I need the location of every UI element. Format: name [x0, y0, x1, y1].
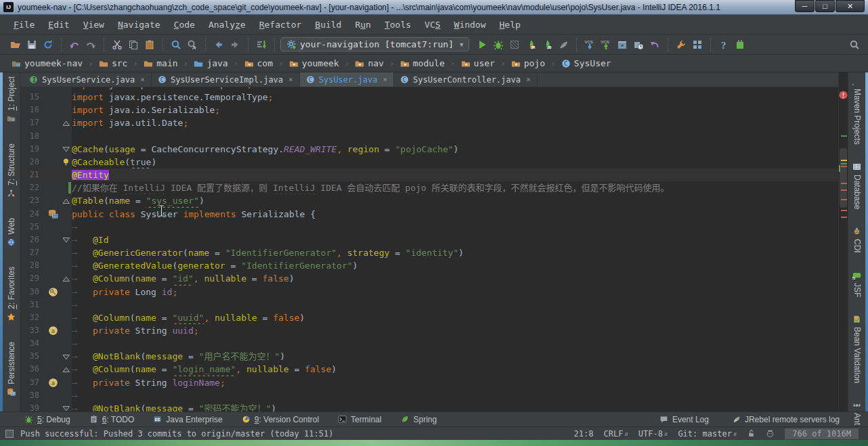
toolwindow-button-ant[interactable]: Ant [852, 401, 862, 425]
tab-sysuser-java[interactable]: CSysUser.java× [300, 72, 394, 87]
save-all-button[interactable] [24, 38, 40, 51]
back-button[interactable] [211, 38, 227, 51]
tab-sysuserservice-java[interactable]: ISysUserService.java× [23, 72, 152, 87]
breadcrumb-com[interactable]: com [241, 58, 276, 68]
menu-analyze[interactable]: Analyze [202, 18, 253, 32]
toolwindow-toggle-icon[interactable] [5, 430, 14, 438]
toolwindow-button-bean-validation[interactable]: Bean Validation [852, 315, 862, 383]
toolwindow-button-maven-projects[interactable]: mMaven Projects [852, 76, 862, 145]
menu-navigate[interactable]: Navigate [111, 18, 167, 32]
fold-marker-end-icon[interactable] [62, 274, 70, 284]
fold-marker-open-icon[interactable] [62, 144, 70, 154]
menu-file[interactable]: File [7, 18, 41, 32]
fold-marker-end-icon[interactable] [62, 118, 70, 128]
sort-lines-button[interactable] [253, 38, 269, 51]
breadcrumb-youmeek-nav[interactable]: youmeek-nav [8, 58, 86, 68]
toolwindow-button-1-project[interactable]: 1: Project [7, 76, 16, 123]
stripe-mark[interactable] [841, 189, 847, 191]
status-git-master[interactable]: Git: master⇵ [678, 429, 737, 439]
rollback-button[interactable] [647, 38, 663, 51]
jrebel-run-button[interactable]: JR [523, 38, 539, 51]
menu-edit[interactable]: Edit [41, 18, 76, 32]
toolwindow-button-terminal[interactable]: Terminal [338, 415, 381, 424]
status-21-8[interactable]: 21:8 [574, 429, 594, 439]
fold-marker-end-icon[interactable] [62, 365, 70, 374]
gutter-icon-cell[interactable]: a [46, 376, 60, 389]
vcs-update-button[interactable]: VCS [582, 38, 598, 51]
toolwindow-button-6-todo[interactable]: 6: TODO [89, 415, 135, 424]
breadcrumb-main[interactable]: main [140, 58, 181, 68]
toolwindow-button-persistence[interactable]: Persistence [7, 342, 16, 397]
menu-run[interactable]: Run [348, 18, 377, 32]
paste-button[interactable] [142, 38, 158, 51]
toolwindow-button-web[interactable]: Web [7, 218, 16, 246]
menu-tools[interactable]: Tools [378, 18, 418, 32]
gutter-icon-cell[interactable]: a [46, 324, 60, 337]
run-configuration-select[interactable]: your-navigation [tomcat7:run]▼ [280, 37, 469, 51]
status-766-of-1016m[interactable]: 766 of 1016M [785, 428, 859, 439]
stripe-mark[interactable] [841, 217, 847, 218]
toolwindow-button-jrebel-remote-servers-log[interactable]: JRebel remote servers log [732, 415, 840, 424]
settings-button[interactable] [673, 38, 689, 51]
find-button[interactable] [168, 38, 184, 51]
undo-button[interactable] [66, 38, 83, 51]
gutter-icon-cell[interactable] [46, 286, 60, 298]
toolwindow-button-cdi[interactable]: CDI [852, 227, 862, 253]
status-crlf[interactable]: CRLF⇵ [604, 429, 628, 439]
errors-found-icon[interactable] [838, 90, 848, 103]
breadcrumb-nav[interactable]: nav [351, 58, 387, 68]
close-tab-icon[interactable]: × [526, 75, 531, 84]
breadcrumb-src[interactable]: src [95, 58, 131, 68]
forward-button[interactable] [227, 38, 243, 51]
fold-marker-open-icon[interactable] [62, 352, 70, 361]
jrebel-offline-button[interactable] [555, 38, 571, 51]
breadcrumb-java[interactable]: java [190, 58, 231, 68]
fold-marker-open-icon[interactable] [62, 235, 70, 244]
help-button[interactable]: ? [716, 38, 732, 51]
gutter-icon-cell[interactable] [46, 208, 60, 221]
run-button[interactable] [474, 38, 490, 51]
toolwindow-button-java-enterprise[interactable]: EEJava Enterprise [153, 415, 222, 424]
tab-sysusercontroller-java[interactable]: CSysUserController.java× [394, 72, 538, 87]
find-in-path-button[interactable]: A [184, 38, 200, 51]
status-unlock[interactable] [747, 429, 756, 438]
toolwindow-button-database[interactable]: Database [852, 162, 862, 209]
breadcrumb-pojo[interactable]: pojo [508, 58, 548, 68]
breadcrumb-user[interactable]: user [458, 58, 498, 68]
error-stripe-scrollbar[interactable] [838, 72, 848, 411]
menu-view[interactable]: View [77, 18, 111, 32]
run-with-coverage-button[interactable] [506, 38, 523, 51]
stripe-mark[interactable] [841, 135, 847, 137]
close-tab-icon[interactable]: × [288, 75, 293, 84]
close-button[interactable]: ✕ [836, 0, 865, 12]
fold-marker-end-icon[interactable] [62, 196, 70, 206]
toolwindow-button-spring[interactable]: Spring [400, 415, 437, 424]
toolwindow-button-7-structure[interactable]: 7: Structure [7, 143, 16, 198]
toolwindow-button-2-favorites[interactable]: 2: Favorites [7, 267, 16, 321]
status-hector[interactable] [766, 429, 775, 438]
local-history-button[interactable] [630, 38, 647, 51]
close-tab-icon[interactable]: × [383, 75, 387, 84]
search-everywhere-button[interactable] [846, 38, 863, 51]
toolwindow-button-5-debug[interactable]: 5: Debug [24, 415, 70, 424]
breadcrumb-youmeek[interactable]: youmeek [286, 58, 343, 68]
menu-help[interactable]: Help [493, 18, 527, 32]
vcs-commit-button[interactable]: VCS [598, 38, 614, 51]
stripe-mark[interactable] [841, 160, 847, 161]
stripe-mark[interactable] [841, 163, 847, 164]
breadcrumb-module[interactable]: module [397, 58, 448, 68]
tab-sysuserserviceimpl-java[interactable]: CSysUserServiceImpl.java× [152, 72, 300, 87]
code-editor[interactable]: 14import javax.persistence.Temporal;15im… [20, 87, 838, 411]
plugin-button[interactable] [732, 38, 748, 51]
jrebel-debug-button[interactable]: JB [539, 38, 555, 51]
debug-button[interactable] [490, 38, 506, 51]
stripe-mark[interactable] [841, 166, 847, 167]
copy-button[interactable] [125, 38, 142, 51]
menu-refactor[interactable]: Refactor [253, 18, 309, 32]
cut-button[interactable] [109, 38, 125, 51]
toolwindow-button-9-version-control[interactable]: 9: Version Control [242, 415, 319, 424]
fold-marker-open-icon[interactable] [62, 403, 70, 411]
stripe-mark[interactable] [841, 183, 847, 184]
menu-code[interactable]: Code [167, 18, 202, 32]
stripe-mark[interactable] [841, 210, 847, 211]
